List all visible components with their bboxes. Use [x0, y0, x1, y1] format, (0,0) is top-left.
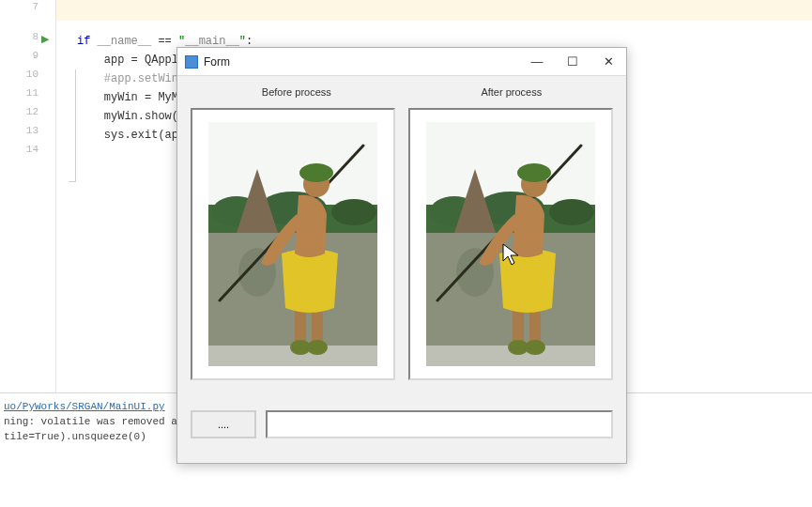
window-title: Form: [204, 55, 519, 69]
svg-point-15: [299, 163, 333, 182]
image-panels-row: [177, 108, 626, 380]
image-labels-row: Before process After process: [177, 76, 626, 108]
line-number: 12: [10, 106, 38, 117]
code-line: [77, 1, 253, 20]
before-image-panel: [191, 108, 395, 380]
path-input[interactable]: [266, 410, 613, 438]
svg-point-4: [331, 199, 376, 225]
line-number: 14: [10, 144, 38, 155]
run-arrow-icon[interactable]: ▶: [41, 33, 49, 45]
form-dialog: Form — ☐ ✕ Before process After process: [176, 47, 627, 464]
close-button[interactable]: ✕: [590, 49, 626, 75]
app-icon: [185, 55, 198, 69]
after-label: After process: [481, 86, 542, 98]
line-number: 13: [10, 125, 38, 136]
line-number: 9: [10, 50, 38, 61]
line-number: 10: [10, 69, 38, 80]
svg-point-13: [307, 340, 328, 355]
after-image: [426, 122, 595, 366]
minimize-button[interactable]: —: [519, 49, 555, 75]
fold-bracket: [69, 69, 76, 182]
titlebar[interactable]: Form — ☐ ✕: [177, 48, 626, 76]
console-path-link[interactable]: uo/PyWorks/SRGAN/MainUI.py: [4, 401, 165, 412]
bottom-controls: ....: [177, 397, 626, 452]
svg-point-20: [549, 199, 594, 225]
before-label: Before process: [262, 86, 331, 98]
svg-point-29: [525, 340, 545, 355]
maximize-button[interactable]: ☐: [555, 49, 590, 75]
line-number: 8: [10, 31, 38, 42]
before-image: [208, 122, 377, 366]
line-number: 7: [10, 1, 38, 12]
action-button[interactable]: ....: [191, 410, 256, 438]
svg-point-31: [517, 163, 551, 182]
after-image-panel: [408, 108, 613, 380]
line-number: 11: [10, 87, 38, 99]
